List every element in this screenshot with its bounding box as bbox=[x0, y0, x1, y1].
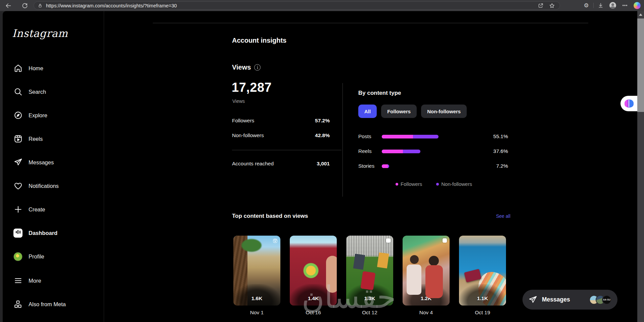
views-total-caption: Views bbox=[232, 98, 245, 104]
messenger-icon bbox=[13, 158, 22, 167]
favorite-star-icon[interactable] bbox=[547, 1, 557, 11]
toolbar-separator bbox=[593, 3, 594, 8]
profile-avatar bbox=[13, 252, 22, 261]
bar-label: Stories bbox=[358, 163, 374, 169]
content-card[interactable]: 1.2K bbox=[403, 236, 450, 306]
sidebar-item-reels[interactable]: Reels bbox=[8, 130, 99, 148]
top-divider bbox=[153, 23, 588, 23]
views-section-title: Views bbox=[232, 64, 251, 71]
followers-stat-row: Followers 57.2% bbox=[232, 118, 330, 124]
see-all-link[interactable]: See all bbox=[483, 213, 510, 219]
address-bar[interactable]: https://www.instagram.com/accounts/insig… bbox=[34, 1, 560, 10]
bar-row-reels: Reels 37.6% bbox=[358, 148, 508, 155]
screen: https://www.instagram.com/accounts/insig… bbox=[0, 0, 644, 322]
sidebar-item-label: Search bbox=[29, 89, 46, 95]
bar-value: 7.2% bbox=[496, 163, 508, 169]
sidebar-item-label: Profile bbox=[29, 253, 44, 260]
stat-value: 42.8% bbox=[315, 132, 330, 138]
sidebar-item-label: Notifications bbox=[29, 183, 59, 189]
card-date: Oct 19 bbox=[459, 310, 506, 316]
posts-bar bbox=[382, 135, 439, 138]
stat-value: 57.2% bbox=[315, 118, 330, 124]
sidebar-item-label: Explore bbox=[29, 112, 47, 119]
stat-value: 3,001 bbox=[317, 161, 330, 167]
sidebar-item-also-from-meta[interactable]: Also from Meta bbox=[8, 295, 99, 313]
page-title: Account insights bbox=[232, 37, 286, 44]
copilot-icon[interactable] bbox=[632, 0, 642, 10]
info-icon[interactable]: i bbox=[254, 64, 261, 71]
top-content-title: Top content based on views bbox=[232, 213, 308, 219]
card-date: Oct 12 bbox=[346, 310, 393, 316]
more-menu-button[interactable] bbox=[620, 0, 630, 10]
scrollbar-up-arrow[interactable] bbox=[639, 13, 642, 16]
scrollbar-thumb[interactable] bbox=[637, 18, 644, 112]
card-views-count: 1.2K bbox=[403, 295, 450, 301]
browser-toolbar: https://www.instagram.com/accounts/insig… bbox=[0, 0, 644, 11]
card-views-count: 1.6K bbox=[233, 295, 280, 301]
instagram-logo[interactable]: Instagram bbox=[12, 27, 68, 39]
views-total: 17,287 bbox=[232, 80, 272, 95]
sidebar-item-home[interactable]: Home bbox=[8, 59, 99, 77]
sidebar-item-notifications[interactable]: Notifications bbox=[8, 177, 99, 195]
stat-label: Non-followers bbox=[232, 132, 264, 138]
reels-icon bbox=[13, 134, 22, 144]
sidebar-item-label: Messages bbox=[29, 159, 54, 166]
sidebar-item-dashboard[interactable]: Dashboard bbox=[8, 224, 99, 242]
hamburger-menu-icon bbox=[13, 276, 22, 285]
content-card[interactable]: 1.3K bbox=[346, 236, 393, 306]
url-text[interactable]: https://www.instagram.com/accounts/insig… bbox=[46, 3, 177, 8]
sidebar-item-label: Also from Meta bbox=[29, 301, 66, 308]
bar-label: Reels bbox=[358, 148, 372, 154]
avatar: AA·SU bbox=[602, 295, 611, 305]
card-date: Nov 1 bbox=[233, 310, 280, 316]
plus-icon bbox=[13, 205, 22, 214]
filter-all[interactable]: All bbox=[358, 105, 377, 118]
meta-apps-icon bbox=[13, 300, 22, 309]
non-followers-legend-dot bbox=[436, 183, 439, 186]
card-views-count: 1.1K bbox=[459, 295, 506, 301]
sidebar-item-create[interactable]: Create bbox=[8, 201, 99, 218]
lock-icon[interactable] bbox=[37, 1, 43, 11]
messages-avatars: AA·SU bbox=[589, 295, 611, 305]
sidebar-item-explore[interactable]: Explore bbox=[8, 107, 99, 124]
reels-badge-icon bbox=[273, 238, 278, 245]
legend-label: Non-followers bbox=[441, 181, 472, 187]
content-card[interactable]: 1.4K bbox=[290, 236, 337, 306]
share-icon[interactable] bbox=[536, 1, 546, 11]
stories-bar bbox=[382, 164, 389, 168]
messenger-icon bbox=[528, 295, 537, 304]
sidebar-item-messages[interactable]: Messages bbox=[8, 154, 99, 171]
scrollbar[interactable] bbox=[637, 11, 644, 322]
bar-value: 37.6% bbox=[493, 148, 508, 154]
messages-widget[interactable]: Messages AA·SU bbox=[522, 290, 617, 310]
non-followers-stat-row: Non-followers 42.8% bbox=[232, 132, 330, 138]
story-badge-icon bbox=[386, 238, 390, 243]
home-icon bbox=[13, 64, 22, 73]
refresh-button[interactable] bbox=[19, 1, 30, 11]
search-icon bbox=[13, 87, 22, 96]
stat-label: Accounts reached bbox=[232, 161, 274, 167]
content-card[interactable]: 1.1K bbox=[459, 236, 506, 306]
sidebar-item-profile[interactable]: Profile bbox=[8, 248, 99, 265]
back-button[interactable] bbox=[3, 1, 13, 11]
extension-bubble[interactable] bbox=[620, 96, 637, 111]
sidebar-item-label: More bbox=[29, 278, 41, 284]
chart-legend: Followers Non-followers bbox=[358, 181, 509, 187]
sidebar-item-label: Reels bbox=[29, 136, 43, 142]
card-date: Nov 4 bbox=[403, 310, 450, 316]
bar-row-stories: Stories 7.2% bbox=[358, 162, 508, 170]
filter-followers[interactable]: Followers bbox=[381, 105, 417, 118]
sidebar-item-search[interactable]: Search bbox=[8, 83, 99, 100]
filter-non-followers[interactable]: Non-followers bbox=[421, 105, 467, 118]
browser-profile-avatar[interactable] bbox=[608, 0, 618, 10]
sidebar-item-more[interactable]: More bbox=[8, 272, 99, 289]
bar-row-posts: Posts 55.1% bbox=[358, 133, 508, 140]
stats-divider bbox=[232, 150, 341, 150]
downloads-button[interactable] bbox=[596, 0, 606, 10]
legend-label: Followers bbox=[401, 181, 422, 187]
content-card[interactable]: 1.6K bbox=[233, 236, 280, 306]
extensions-icon[interactable]: ⚙ bbox=[581, 0, 591, 10]
carousel-badge-icon bbox=[443, 238, 447, 243]
stat-label: Followers bbox=[232, 118, 254, 124]
bar-label: Posts bbox=[358, 133, 371, 139]
